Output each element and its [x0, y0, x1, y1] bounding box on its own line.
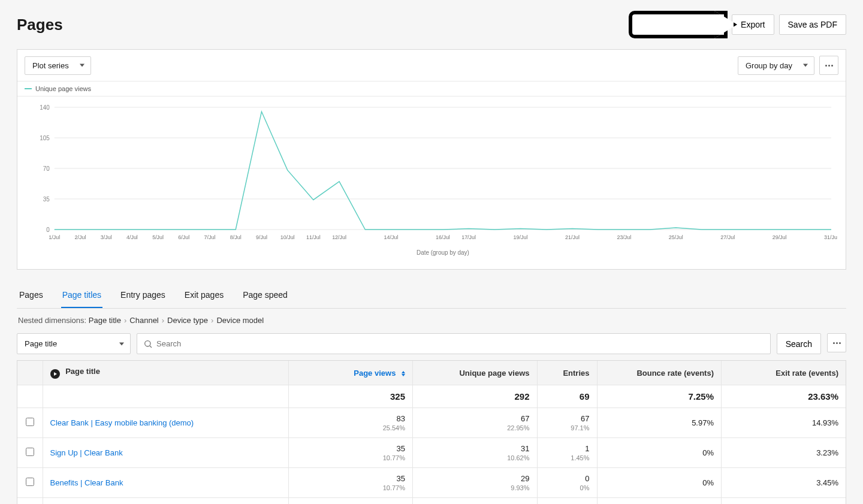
highlight-annotation: [629, 11, 728, 38]
svg-text:105: 105: [40, 135, 50, 141]
svg-text:14/Jul: 14/Jul: [384, 234, 399, 240]
page-title-link[interactable]: Sign Up | Clear Bank: [50, 448, 123, 457]
svg-text:29/Jul: 29/Jul: [773, 234, 787, 240]
chart-more-button[interactable]: [819, 56, 838, 75]
tab-entry-pages[interactable]: Entry pages: [119, 284, 167, 308]
svg-text:0: 0: [46, 227, 50, 233]
table-more-button[interactable]: [827, 333, 846, 352]
svg-text:2/Jul: 2/Jul: [75, 234, 86, 240]
svg-text:70: 70: [43, 165, 50, 172]
svg-text:11/Jul: 11/Jul: [306, 234, 321, 240]
svg-text:35: 35: [43, 196, 50, 203]
tab-pages[interactable]: Pages: [18, 284, 44, 308]
sort-icon: [402, 371, 405, 376]
col-bounce-rate[interactable]: Bounce rate (events): [597, 361, 722, 385]
svg-text:8/Jul: 8/Jul: [230, 234, 242, 240]
chart-panel: Plot series Group by day Unique page vie…: [17, 49, 846, 270]
svg-text:27/Jul: 27/Jul: [720, 234, 735, 240]
svg-text:140: 140: [40, 104, 50, 111]
row-checkbox[interactable]: [26, 418, 34, 426]
col-page-views[interactable]: Page views: [288, 361, 413, 385]
svg-text:10/Jul: 10/Jul: [280, 234, 295, 240]
svg-text:19/Jul: 19/Jul: [514, 234, 528, 240]
breadcrumb-item[interactable]: Device model: [216, 316, 264, 325]
table-row: Sign Up | Clear Bank3510.77%3110.62%11.4…: [17, 438, 846, 468]
dimension-select-label: Page title: [25, 339, 57, 348]
dimension-select[interactable]: Page title: [17, 333, 131, 354]
breadcrumb-item[interactable]: Channel: [129, 316, 158, 325]
svg-text:9/Jul: 9/Jul: [256, 234, 267, 240]
col-entries[interactable]: Entries: [537, 361, 597, 385]
col-exit-rate[interactable]: Exit rate (events): [722, 361, 846, 385]
tab-page-speed[interactable]: Page speed: [242, 284, 289, 308]
breadcrumb-item[interactable]: Page title: [89, 316, 121, 325]
svg-text:3/Jul: 3/Jul: [101, 234, 112, 240]
search-icon: [143, 339, 153, 349]
totals-row: 325 292 69 7.25% 23.63%: [17, 385, 846, 408]
svg-point-33: [145, 340, 150, 346]
page-title: Pages: [17, 16, 63, 34]
svg-text:16/Jul: 16/Jul: [436, 234, 450, 240]
svg-text:31/Jul: 31/Jul: [824, 234, 837, 240]
svg-text:6/Jul: 6/Jul: [178, 234, 189, 240]
chart-area: 035701051401/Jul2/Jul3/Jul4/Jul5/Jul6/Ju…: [17, 96, 846, 269]
svg-text:12/Jul: 12/Jul: [332, 234, 346, 240]
plot-series-select[interactable]: Plot series: [25, 56, 91, 75]
breadcrumb-item[interactable]: Device type: [167, 316, 208, 325]
svg-line-34: [150, 346, 152, 348]
save-pdf-button[interactable]: Save as PDF: [779, 14, 846, 35]
svg-text:21/Jul: 21/Jul: [565, 234, 580, 240]
expand-all-icon: [50, 369, 60, 379]
search-button[interactable]: Search: [777, 333, 821, 354]
svg-text:Date (group by day): Date (group by day): [417, 249, 469, 256]
row-checkbox[interactable]: [26, 478, 34, 486]
svg-text:17/Jul: 17/Jul: [461, 234, 476, 240]
page-title-link[interactable]: Clear Bank | Easy mobile banking (demo): [50, 418, 194, 427]
table-row: Benefits | Clear Bank3510.77%299.93%00%0…: [17, 468, 846, 498]
table-row: Contact Info | Clear Bank309.23%289.59%0…: [17, 498, 846, 505]
svg-text:4/Jul: 4/Jul: [126, 234, 138, 240]
table-row: Clear Bank | Easy mobile banking (demo)8…: [17, 408, 846, 438]
export-button[interactable]: Export: [732, 14, 774, 35]
breadcrumb: Nested dimensions: Page title›Channel›De…: [17, 309, 846, 333]
legend-series-label: Unique page views: [35, 85, 91, 92]
page-title-link[interactable]: Benefits | Clear Bank: [50, 478, 123, 487]
svg-text:5/Jul: 5/Jul: [152, 234, 164, 240]
table-header-row: Page title Page views Unique page views …: [17, 361, 846, 385]
search-input-wrap[interactable]: [137, 333, 771, 354]
svg-text:23/Jul: 23/Jul: [617, 234, 631, 240]
svg-text:25/Jul: 25/Jul: [669, 234, 683, 240]
group-by-select[interactable]: Group by day: [738, 56, 814, 75]
tab-page-titles[interactable]: Page titles: [61, 284, 102, 308]
legend-color-swatch: [25, 88, 32, 89]
col-unique-page-views[interactable]: Unique page views: [413, 361, 538, 385]
plot-series-label: Plot series: [32, 61, 69, 70]
checkbox-header: [17, 361, 43, 385]
group-by-label: Group by day: [746, 61, 792, 70]
search-input[interactable]: [153, 334, 764, 354]
svg-text:1/Jul: 1/Jul: [49, 234, 60, 240]
row-checkbox[interactable]: [26, 448, 34, 456]
svg-text:7/Jul: 7/Jul: [204, 234, 216, 240]
dots-icon: [825, 65, 833, 67]
tabs-bar: PagesPage titlesEntry pagesExit pagesPag…: [17, 284, 846, 309]
dots-icon: [833, 342, 841, 344]
tab-exit-pages[interactable]: Exit pages: [183, 284, 225, 308]
data-table: Page title Page views Unique page views …: [17, 361, 846, 504]
col-page-title[interactable]: Page title: [43, 361, 288, 385]
